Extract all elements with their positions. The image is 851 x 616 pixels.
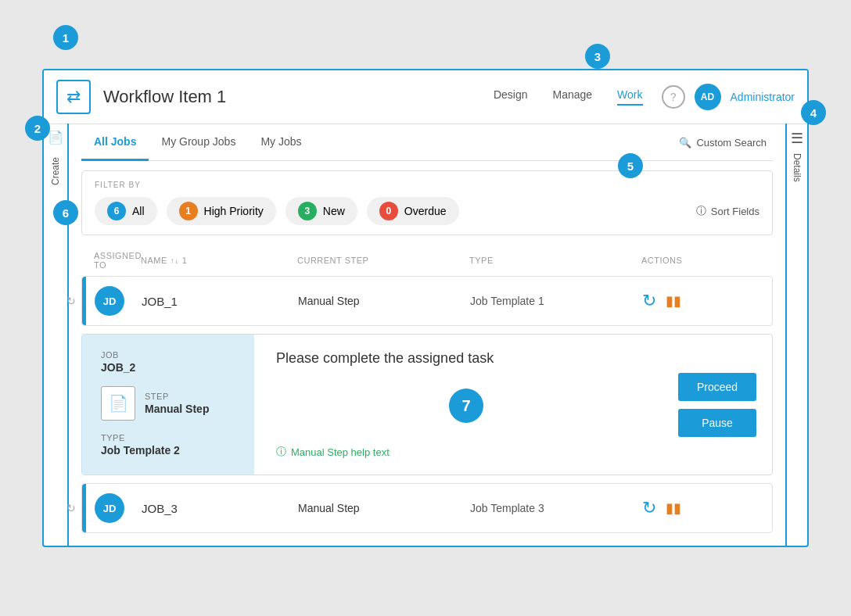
header-nav: Design Manage Work: [494, 88, 643, 106]
col-actions: ACTIONS: [641, 251, 760, 270]
tab-my-jobs[interactable]: My Jobs: [248, 124, 314, 161]
right-sidebar: ☰ Details: [785, 124, 807, 546]
sort-fields-label: Sort Fields: [711, 206, 759, 217]
col-current-step: CURRENT STEP: [297, 251, 469, 270]
row-indicator: [82, 484, 86, 532]
row-actions: ↻ ▮▮: [642, 498, 759, 518]
filter-new-label: New: [323, 205, 345, 217]
sort-help-icon: ⓘ: [696, 204, 706, 218]
expanded-left-panel: JOB JOB_2 📄 STEP Manual Step TYPE: [82, 335, 254, 475]
help-text: ⓘ Manual Step help text: [276, 445, 656, 459]
type-value: Job Template 2: [101, 444, 235, 457]
restart-icon[interactable]: ↻: [642, 291, 656, 311]
create-button[interactable]: Create: [47, 151, 64, 192]
job-type: Job Template 3: [470, 502, 642, 514]
step-number-bubble: 7: [449, 389, 483, 423]
job-current-step: Manual Step: [298, 502, 470, 514]
sort-fields[interactable]: ⓘ Sort Fields: [696, 204, 759, 218]
badge-overdue: 0: [379, 202, 398, 220]
custom-search[interactable]: 🔍 Custom Search: [673, 131, 773, 155]
job-name[interactable]: JOB_1: [142, 295, 298, 308]
refresh-icon: ↻: [66, 502, 76, 514]
proceed-button[interactable]: Proceed: [678, 373, 756, 401]
table-row: ↻ JD JOB_1 Manual Step Job Template 1 ↻ …: [81, 276, 773, 326]
refresh-icon: ↻: [66, 295, 76, 307]
filter-label: FILTER BY: [95, 181, 759, 189]
step-info: STEP Manual Step: [145, 392, 209, 415]
filter-chip-overdue[interactable]: 0 Overdue: [367, 197, 459, 225]
avatar: AD: [695, 84, 721, 110]
help-circle-icon: ⓘ: [276, 445, 286, 459]
user-name[interactable]: Administrator: [731, 91, 795, 103]
name-count: 1: [182, 256, 188, 265]
nav-work[interactable]: Work: [617, 88, 642, 106]
filter-all-label: All: [132, 205, 145, 217]
step-value: Manual Step: [145, 403, 209, 415]
row-indicator: [82, 277, 86, 325]
table-row: ↻ JD JOB_3 Manual Step Job Template 3 ↻ …: [81, 483, 773, 533]
filter-chips: 6 All 1 High Priority 3 New 0 Overdue: [95, 197, 759, 225]
table-header: ASSIGNED TO NAME ↑↓ 1 CURRENT STEP TYPE …: [81, 245, 773, 276]
nav-design[interactable]: Design: [494, 88, 528, 106]
tabs-bar: All Jobs My Group Jobs My Jobs 🔍 Custom …: [81, 124, 773, 161]
nav-manage[interactable]: Manage: [553, 88, 593, 106]
left-sidebar: 📄 Create: [44, 124, 69, 546]
custom-search-label: Custom Search: [696, 137, 767, 149]
step-bubble-6: 6: [53, 200, 78, 225]
col-assigned-to: ASSIGNED TO: [94, 251, 141, 270]
help-icon[interactable]: ?: [662, 85, 685, 109]
type-info-block: TYPE Job Template 2: [101, 433, 235, 457]
content-area: All Jobs My Group Jobs My Jobs 🔍 Custom …: [69, 124, 785, 533]
table-row-expanded: JOB JOB_2 📄 STEP Manual Step TYPE: [81, 334, 773, 475]
badge-all: 6: [107, 202, 126, 220]
col-name[interactable]: NAME ↑↓ 1: [141, 251, 297, 270]
pause-button[interactable]: Pause: [678, 409, 756, 437]
search-icon: 🔍: [679, 137, 691, 149]
page-title: Workflow Item 1: [103, 87, 226, 107]
tab-my-group-jobs[interactable]: My Group Jobs: [149, 124, 248, 161]
step-label: STEP: [145, 392, 209, 401]
outer-wrapper: 1 2 3 4 5 6 ⇄ Workflow Item 1 Design Man…: [0, 0, 851, 616]
job-type: Job Template 1: [470, 295, 642, 307]
step-bubble-4: 4: [801, 100, 826, 125]
doc-icon: 📄: [101, 386, 135, 421]
sort-icon: ↑↓: [171, 256, 179, 265]
main-container: ⇄ Workflow Item 1 Design Manage Work ? A…: [42, 69, 809, 547]
restart-icon[interactable]: ↻: [642, 498, 656, 518]
logo-icon[interactable]: ⇄: [56, 80, 91, 114]
filter-section: FILTER BY 6 All 1 High Priority 3 New: [81, 170, 773, 235]
badge-high-priority: 1: [179, 202, 198, 220]
step-bubble-5: 5: [618, 153, 643, 178]
step-bubble-1: 1: [53, 25, 78, 50]
type-label: TYPE: [101, 433, 235, 442]
job-label: JOB: [101, 350, 235, 360]
filter-chip-new[interactable]: 3 New: [285, 197, 357, 225]
job-value: JOB_2: [101, 361, 235, 374]
task-title: Please complete the assigned task: [276, 350, 656, 367]
sidebar-page-icon[interactable]: 📄: [48, 130, 63, 145]
header: ⇄ Workflow Item 1 Design Manage Work ? A…: [44, 70, 807, 124]
pause-icon[interactable]: ▮▮: [666, 500, 681, 517]
header-actions: ? AD Administrator: [662, 84, 795, 110]
job-current-step: Manual Step: [298, 295, 470, 307]
step-bubble-3: 3: [585, 44, 610, 69]
step-bubble-2: 2: [25, 116, 50, 141]
step-icon-box: 📄 STEP Manual Step: [101, 386, 235, 421]
pause-icon[interactable]: ▮▮: [666, 292, 681, 310]
col-type: TYPE: [469, 251, 641, 270]
expanded-right-panel: Please complete the assigned task 7 ⓘ Ma…: [254, 335, 678, 475]
tab-all-jobs[interactable]: All Jobs: [81, 124, 149, 161]
filter-chip-high-priority[interactable]: 1 High Priority: [167, 197, 276, 225]
badge-new: 3: [298, 202, 317, 220]
expanded-buttons: Proceed Pause: [678, 357, 772, 453]
task-content: Please complete the assigned task 7 ⓘ Ma…: [276, 350, 656, 459]
filter-chip-all[interactable]: 6 All: [95, 197, 157, 225]
details-button[interactable]: Details: [788, 147, 806, 188]
expanded-inner: JOB JOB_2 📄 STEP Manual Step TYPE: [82, 335, 772, 475]
row-actions: ↻ ▮▮: [642, 291, 759, 311]
details-icon[interactable]: ☰: [791, 130, 803, 147]
avatar: JD: [95, 286, 124, 316]
filter-high-priority-label: High Priority: [204, 205, 264, 217]
job-name[interactable]: JOB_3: [142, 502, 298, 515]
filter-overdue-label: Overdue: [404, 205, 447, 217]
